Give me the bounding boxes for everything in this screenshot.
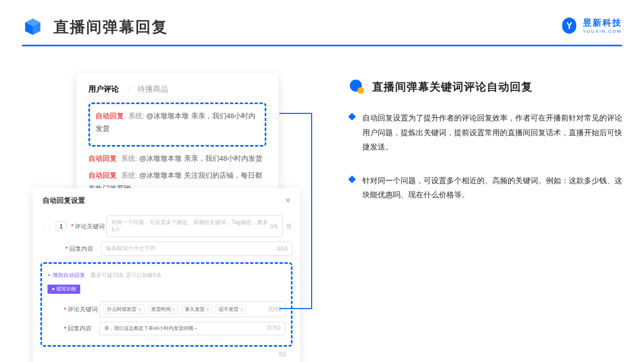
diamond-icon	[348, 176, 356, 183]
drag-handle-icon[interactable]: ⋮⋮	[40, 223, 52, 230]
required-dot: *	[71, 223, 73, 230]
brand-name: 昱新科技	[583, 18, 622, 27]
svg-point-5	[357, 87, 364, 94]
tab-user-comments[interactable]: 用户评论	[88, 85, 119, 94]
content-label: 回复内容	[69, 245, 101, 253]
bullet-item: 自动回复设置为了提升作者的评论回复效率，作者可在开播前针对常见的评论用户问题，提…	[349, 111, 622, 154]
tag-remove-icon[interactable]: ×	[138, 307, 141, 312]
example-content-label: 回复内容	[68, 324, 99, 333]
keyword-counter: 0/5	[270, 224, 278, 230]
example-section: + 增加自动回复 最多可建10条 还可以创建9条 ● 填写示例 * 评论关键词 …	[40, 262, 293, 347]
bullet-text: 针对同一个问题，可设置多个相近的、高频的关键词。例如：这款多少钱、这块能优惠吗、…	[362, 173, 622, 202]
bullet-text: 自动回复设置为了提升作者的评论回复效率，作者可在开播前针对常见的评论用户问题，提…	[362, 111, 622, 154]
required-dot: *	[65, 245, 68, 252]
auto-reply-tag: 自动回复	[88, 171, 117, 179]
comment-text: @冰墩墩本墩 亲亲，我们48小时内发货	[139, 154, 263, 162]
add-auto-reply-link[interactable]: + 增加自动回复	[47, 272, 85, 278]
tab-separator: |	[127, 85, 129, 94]
system-tag: 系统:	[121, 171, 138, 179]
example-keyword-tags[interactable]: 什么时候发货× 发货时间× 多久发货× 还不发货× 20/50	[99, 301, 285, 317]
example-content-counter: 37/50	[267, 325, 281, 332]
keyword-placeholder: 对同一个问题，可设置多个相近、高频的关键词，Tag确定，最多5个	[111, 219, 270, 234]
required-dot: *	[64, 306, 66, 313]
highlighted-comment: 自动回复 系统: @冰墩墩本墩 亲亲，我们48小时内发货	[88, 102, 266, 147]
page-title: 直播间弹幕回复	[53, 17, 168, 38]
svg-text:Y: Y	[567, 21, 573, 31]
settings-title: 自动回复设置	[43, 196, 85, 206]
auto-reply-settings-card: 自动回复设置 × ⋮⋮ 1 * 评论关键词 对同一个问题，可设置多个相近、高频的…	[33, 188, 300, 362]
example-content-input[interactable]: 亲，我们这边都是下单48小时内发货的哦～ 37/50	[99, 322, 285, 335]
cube-icon	[22, 16, 44, 38]
tag-remove-icon[interactable]: ×	[206, 307, 209, 312]
outer-counter: /50	[278, 352, 286, 358]
diamond-icon	[348, 113, 356, 120]
comment-line: 自动回复 系统: @冰墩墩本墩 亲亲，我们48小时内发货	[96, 110, 259, 135]
tag-item[interactable]: 发货时间×	[147, 304, 179, 315]
brand-sub: YUUXIN.COM	[583, 29, 622, 34]
example-badge: ● 填写示例	[47, 285, 80, 294]
tag-item[interactable]: 多久发货×	[181, 304, 213, 315]
comment-line: 自动回复 系统: @冰墩墩本墩 亲亲，我们48小时内发货	[88, 152, 266, 165]
auto-reply-tag: 自动回复	[88, 154, 117, 162]
auto-reply-tag: 自动回复	[96, 112, 124, 120]
tag-item[interactable]: 什么时候发货×	[103, 304, 145, 315]
content-input[interactable]: 每条限50个中文字符 0/50	[101, 242, 293, 256]
system-tag: 系统:	[128, 112, 145, 120]
tab-products[interactable]: 待播商品	[138, 85, 168, 94]
tag-item[interactable]: 还不发货×	[215, 304, 247, 315]
tag-remove-icon[interactable]: ×	[240, 307, 243, 312]
keyword-input[interactable]: 对同一个问题，可设置多个相近、高频的关键词，Tag确定，最多5个 0/5	[106, 215, 283, 237]
connector-line	[279, 113, 312, 309]
brand-logo: Y 昱新科技 YUUXIN.COM	[560, 16, 622, 35]
tag-remove-icon[interactable]: ×	[172, 307, 175, 312]
system-tag: 系统:	[121, 154, 138, 162]
index-box: 1	[56, 221, 67, 231]
section-title: 直播间弹幕关键词评论自动回复	[372, 80, 533, 94]
keyword-label: 评论关键词	[75, 222, 106, 231]
example-content-text: 亲，我们这边都是下单48小时内发货的哦～	[104, 325, 198, 332]
required-dot: *	[64, 325, 66, 332]
example-keyword-label: 评论关键词	[68, 305, 99, 313]
bullet-item: 针对同一个问题，可设置多个相近的、高频的关键词。例如：这款多少钱、这块能优惠吗、…	[349, 173, 622, 202]
bubble-icon	[349, 79, 365, 94]
content-placeholder: 每条限50个中文字符	[106, 245, 156, 252]
add-hint: 最多可建10条 还可以创建9条	[91, 272, 161, 278]
brand-icon: Y	[560, 16, 579, 35]
